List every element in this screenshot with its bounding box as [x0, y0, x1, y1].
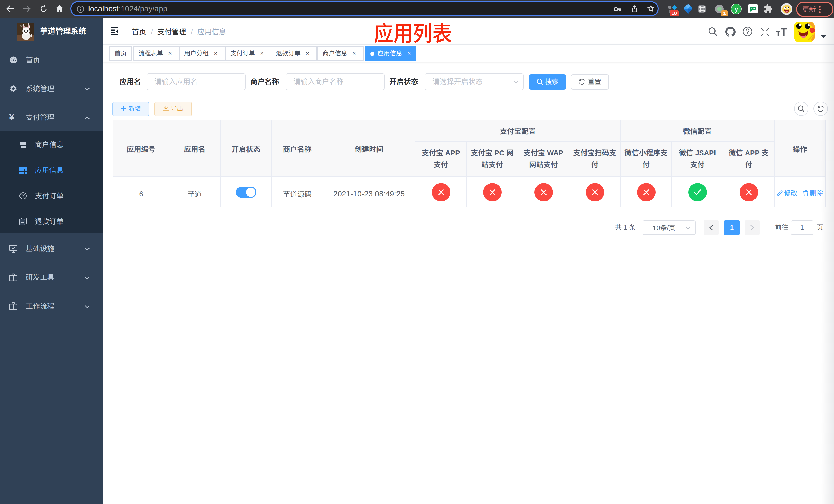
svg-text:y: y	[734, 6, 738, 13]
